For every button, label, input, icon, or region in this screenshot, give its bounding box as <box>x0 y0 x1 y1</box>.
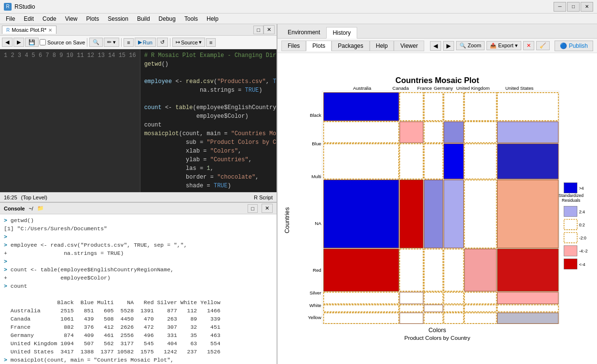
subtabs: Files Plots Packages Help Viewer <box>281 41 424 51</box>
search-button[interactable]: 🔍 <box>89 38 103 47</box>
console-content[interactable]: > getwd() [1] "C:/Users/Suresh/Documents… <box>0 214 277 364</box>
editor-status: 16:25 (Top Level) R Script <box>0 192 277 202</box>
menu-file[interactable]: File <box>2 14 19 23</box>
svg-text:2:4: 2:4 <box>579 210 585 214</box>
svg-text:United States: United States <box>505 85 533 91</box>
console-path: ~/ <box>28 206 33 211</box>
line-numbers: 1 2 3 4 5 6 7 8 9 10 11 12 13 14 15 16 <box>0 49 140 192</box>
svg-text:>4: >4 <box>579 186 584 191</box>
menu-help[interactable]: Help <box>203 14 222 23</box>
run-button[interactable]: ▶ Run <box>135 38 156 47</box>
right-panel: Environment History Files Plots Packages… <box>278 24 597 364</box>
menu-debug[interactable]: Debug <box>155 14 180 23</box>
menu-build[interactable]: Build <box>133 14 154 23</box>
prev-plot-button[interactable]: ◀ <box>430 41 441 51</box>
subtab-packages[interactable]: Packages <box>332 41 370 51</box>
window-controls[interactable]: ─ □ ✕ <box>554 2 593 12</box>
svg-text:Red: Red <box>313 267 321 273</box>
svg-rect-34 <box>400 313 423 323</box>
svg-text:-2:0: -2:0 <box>579 236 586 240</box>
svg-rect-19 <box>324 93 399 121</box>
svg-rect-63 <box>498 249 558 292</box>
svg-text:Multi: Multi <box>311 174 321 179</box>
svg-text:<-4: <-4 <box>579 262 585 267</box>
code-area[interactable]: # R Mosaic Plot Example - Changing Direc… <box>140 49 277 192</box>
minimize-button[interactable]: ─ <box>554 2 566 12</box>
svg-rect-28 <box>400 122 423 143</box>
back-button[interactable]: ◀ <box>2 38 13 47</box>
editor-expand-button[interactable]: □ <box>253 26 264 34</box>
main-layout: R Mosaic Plot.R* ✕ □ ✕ ◀ ▶ 💾 Source on S… <box>0 24 597 364</box>
tab-close-icon[interactable]: ✕ <box>48 28 52 33</box>
svg-text:France: France <box>417 85 432 91</box>
svg-rect-75 <box>564 233 577 243</box>
export-button[interactable]: 📤 Export ▾ <box>486 41 521 50</box>
editor-tab-label: Mosaic Plot.R* <box>12 27 46 33</box>
svg-text:White: White <box>309 303 321 308</box>
zoom-button[interactable]: 🔍 Zoom <box>456 41 485 50</box>
subtab-viewer[interactable]: Viewer <box>394 41 424 51</box>
publish-button[interactable]: 🔵 Publish <box>555 41 593 51</box>
title-bar: R RStudio ─ □ ✕ <box>0 0 597 14</box>
clear-button[interactable]: 🧹 <box>536 41 550 50</box>
source-on-save-checkbox[interactable] <box>40 39 46 45</box>
more-button[interactable]: ≡ <box>206 38 216 47</box>
svg-rect-46 <box>444 180 464 248</box>
right-top-tabs: Environment History <box>278 24 597 39</box>
save-button[interactable]: 💾 <box>25 38 39 47</box>
menu-view[interactable]: View <box>61 14 82 23</box>
menu-tools[interactable]: Tools <box>180 14 202 23</box>
close-button[interactable]: ✕ <box>581 2 593 12</box>
source-on-save-label[interactable]: Source on Save <box>40 39 85 45</box>
console-expand-button[interactable]: □ <box>248 204 258 213</box>
svg-rect-79 <box>564 259 577 269</box>
menu-session[interactable]: Session <box>104 14 132 23</box>
svg-rect-71 <box>564 206 577 216</box>
svg-rect-30 <box>400 180 423 248</box>
svg-text:Colors: Colors <box>429 327 446 334</box>
editor-close-button[interactable]: ✕ <box>264 25 275 34</box>
toolbar-separator3 <box>170 38 170 47</box>
forward-button[interactable]: ▶ <box>14 38 24 47</box>
svg-rect-60 <box>498 122 558 143</box>
format-button[interactable]: ≡ <box>124 38 133 47</box>
cursor-position: 16:25 <box>4 195 17 200</box>
source-button[interactable]: ↦ Source ▾ <box>172 38 205 47</box>
svg-rect-77 <box>564 246 577 256</box>
toolbar-separator <box>87 38 87 47</box>
options-button[interactable]: ✏ ▾ <box>104 38 119 47</box>
subtab-files[interactable]: Files <box>281 41 306 51</box>
svg-text:Standardized: Standardized <box>558 193 583 198</box>
menu-bar: File Edit Code View Plots Session Build … <box>0 14 597 24</box>
svg-rect-44 <box>444 122 464 143</box>
svg-rect-64 <box>498 292 558 304</box>
console-close-button[interactable]: ✕ <box>262 204 273 213</box>
editor-tab[interactable]: R Mosaic Plot.R* ✕ <box>2 26 56 34</box>
menu-edit[interactable]: Edit <box>20 14 38 23</box>
svg-rect-45 <box>444 144 464 179</box>
tab-environment[interactable]: Environment <box>281 27 326 38</box>
svg-rect-41 <box>424 305 443 312</box>
subtab-plots[interactable]: Plots <box>306 41 332 51</box>
svg-rect-66 <box>498 313 558 323</box>
svg-text:Germany: Germany <box>434 85 453 91</box>
plots-nav-area: ◀ ▶ 🔍 Zoom 📤 Export ▾ ✕ 🧹 <box>430 41 550 51</box>
scope-indicator: (Top Level) <box>21 195 47 200</box>
svg-rect-38 <box>424 180 443 248</box>
maximize-button[interactable]: □ <box>567 2 580 12</box>
svg-rect-62 <box>498 180 558 248</box>
svg-text:Product Colors by Country: Product Colors by Country <box>404 335 471 341</box>
menu-plots[interactable]: Plots <box>83 14 103 23</box>
source-on-save-text: Source on Save <box>47 40 85 45</box>
delete-button[interactable]: ✕ <box>523 41 534 50</box>
svg-text:Canada: Canada <box>392 85 409 91</box>
console-tab-bar: Console ~/ 📁 □ ✕ <box>0 203 277 214</box>
subtab-help[interactable]: Help <box>370 41 394 51</box>
rerun-button[interactable]: ↺ <box>157 38 168 47</box>
svg-text:Countries Mosaic Plot: Countries Mosaic Plot <box>395 76 479 85</box>
toolbar-separator2 <box>121 38 122 47</box>
tab-history[interactable]: History <box>326 27 357 39</box>
menu-code[interactable]: Code <box>39 14 60 23</box>
svg-text:Yellow: Yellow <box>308 315 322 320</box>
next-plot-button[interactable]: ▶ <box>443 41 454 51</box>
